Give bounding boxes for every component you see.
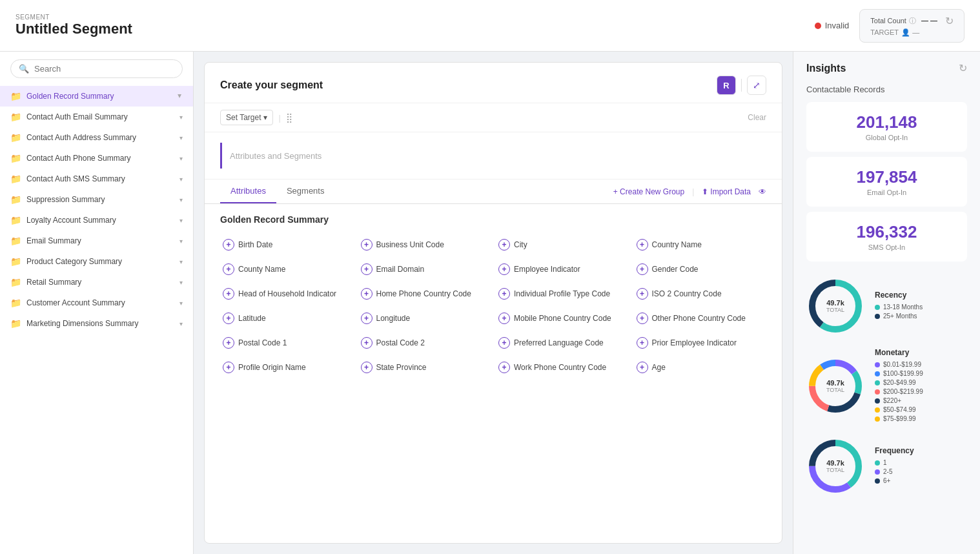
legend-label: 6+ — [883, 477, 890, 484]
attribute-label: Work Phone Country Code — [514, 363, 606, 372]
attribute-item-1[interactable]: + Business Unit Code — [358, 235, 491, 254]
attribute-item-22[interactable]: + Work Phone Country Code — [496, 358, 629, 377]
attribute-item-10[interactable]: + Individual Profile Type Code — [496, 284, 629, 303]
chart-legend: Recency 13-18 Months 25+ Months — [875, 291, 967, 322]
set-target-button[interactable]: Set Target ▾ — [220, 110, 273, 125]
invalid-dot — [815, 23, 821, 29]
legend-dot — [875, 389, 880, 395]
attribute-item-17[interactable]: + Postal Code 2 — [358, 333, 491, 353]
attribute-item-3[interactable]: + Country Name — [634, 235, 767, 254]
sidebar-item-8[interactable]: 📁 Product Category Summary ▾ — [0, 251, 193, 272]
attribute-item-13[interactable]: + Longitude — [358, 309, 491, 328]
add-attribute-icon: + — [498, 362, 510, 373]
attribute-item-0[interactable]: + Birth Date — [220, 235, 353, 254]
donut-value: 49.7k — [826, 459, 844, 467]
legend-label: $100-$199.99 — [883, 370, 923, 377]
expand-icon-btn[interactable]: ⤢ — [747, 76, 766, 95]
add-attribute-icon: + — [637, 362, 648, 373]
add-attribute-icon: + — [361, 362, 373, 373]
chevron-icon: ▾ — [179, 258, 183, 265]
sidebar-item-10[interactable]: 📁 Customer Account Summary ▾ — [0, 292, 193, 313]
legend-dot — [875, 469, 880, 475]
insights-refresh-icon[interactable]: ↻ — [959, 62, 967, 74]
sidebar-item-11[interactable]: 📁 Marketing Dimensions Summary ▾ — [0, 313, 193, 334]
sidebar-item-1[interactable]: 📁 Contact Auth Email Summary ▾ — [0, 107, 193, 127]
sidebar-item-3[interactable]: 📁 Contact Auth Phone Summary ▾ — [0, 148, 193, 169]
legend-label: $0.01-$19.99 — [883, 361, 921, 368]
clear-button[interactable]: Clear — [748, 113, 766, 122]
add-attribute-icon: + — [637, 313, 648, 324]
attribute-label: Email Domain — [376, 265, 425, 274]
sidebar-item-label: Retail Summary — [26, 278, 174, 287]
legend-item: $20-$49.99 — [875, 379, 967, 386]
plugin-icon-btn[interactable]: R — [717, 76, 736, 95]
donut-chart: 49.7k TOTAL — [806, 277, 864, 335]
attribute-item-5[interactable]: + Email Domain — [358, 260, 491, 279]
add-attribute-icon: + — [361, 239, 373, 251]
attribute-item-19[interactable]: + Prior Employee Indicator — [634, 333, 767, 353]
create-new-group-btn[interactable]: + Create New Group — [613, 187, 684, 196]
attribute-item-15[interactable]: + Other Phone Country Code — [634, 309, 767, 328]
divider — [741, 79, 742, 92]
attribute-item-8[interactable]: + Head of Household Indicator — [220, 284, 353, 303]
add-attribute-icon: + — [637, 239, 648, 251]
legend-label: $20-$49.99 — [883, 379, 916, 386]
search-box[interactable]: 🔍 — [10, 59, 183, 78]
attributes-grid: + Birth Date + Business Unit Code + City… — [220, 235, 766, 377]
sidebar-content: 📁 Golden Record Summary ▲ 📁 Contact Auth… — [0, 86, 193, 554]
chart-legend-title: Monetary — [875, 348, 967, 357]
attribute-item-7[interactable]: + Gender Code — [634, 260, 767, 279]
legend-item: 25+ Months — [875, 313, 967, 320]
sidebar-item-9[interactable]: 📁 Retail Summary ▾ — [0, 272, 193, 292]
attribute-item-2[interactable]: + City — [496, 235, 629, 254]
attribute-item-4[interactable]: + County Name — [220, 260, 353, 279]
import-data-btn[interactable]: ⬆ Import Data — [702, 187, 751, 196]
search-input[interactable] — [34, 64, 174, 74]
folder-icon: 📁 — [10, 153, 21, 163]
tabs: Attributes Segments — [220, 180, 334, 203]
sidebar-item-6[interactable]: 📁 Loyalty Account Summary ▾ — [0, 210, 193, 231]
attribute-item-21[interactable]: + State Province — [358, 358, 491, 377]
refresh-icon[interactable]: ↻ — [945, 15, 954, 27]
chart-legend-title: Recency — [875, 291, 967, 300]
chevron-icon: ▾ — [179, 320, 183, 327]
attribute-item-14[interactable]: + Mobile Phone Country Code — [496, 309, 629, 328]
create-segment-title: Create your segment — [220, 79, 323, 91]
folder-icon: 📁 — [10, 318, 21, 329]
attribute-item-18[interactable]: + Preferred Language Code — [496, 333, 629, 353]
tab-segments[interactable]: Segments — [276, 180, 335, 203]
eye-icon[interactable]: 👁 — [759, 187, 766, 196]
attribute-item-11[interactable]: + ISO 2 Country Code — [634, 284, 767, 303]
attribute-item-20[interactable]: + Profile Origin Name — [220, 358, 353, 377]
segment-title: Untitled Segment — [15, 21, 132, 37]
sidebar-item-label: Loyalty Account Summary — [26, 216, 174, 225]
sidebar-header: 🔍 — [0, 52, 193, 86]
chevron-icon: ▾ — [179, 279, 183, 286]
attribute-item-16[interactable]: + Postal Code 1 — [220, 333, 353, 353]
attributes-input-area: Attributes and Segments — [205, 132, 782, 180]
attribute-item-6[interactable]: + Employee Indicator — [496, 260, 629, 279]
donut-chart: 49.7k TOTAL — [806, 357, 864, 415]
sidebar-item-7[interactable]: 📁 Email Summary ▾ — [0, 231, 193, 251]
attribute-item-9[interactable]: + Home Phone Country Code — [358, 284, 491, 303]
pipe-separator: | — [278, 113, 280, 123]
invalid-badge: Invalid — [815, 21, 850, 30]
legend-dot — [875, 380, 880, 385]
legend-dot — [875, 371, 880, 376]
legend-label: 13-18 Months — [883, 303, 923, 311]
sidebar-item-5[interactable]: 📁 Suppression Summary ▾ — [0, 189, 193, 210]
donut-label: 49.7k TOTAL — [826, 459, 844, 473]
content-area: Golden Record Summary + Birth Date + Bus… — [205, 204, 782, 543]
attribute-item-12[interactable]: + Latitude — [220, 309, 353, 328]
sidebar-item-2[interactable]: 📁 Contact Auth Address Summary ▾ — [0, 127, 193, 148]
total-count-value: — — — [921, 17, 937, 25]
sidebar-item-0[interactable]: 📁 Golden Record Summary ▲ — [0, 86, 193, 107]
legend-item: 6+ — [875, 477, 967, 484]
attribute-item-23[interactable]: + Age — [634, 358, 767, 377]
attribute-label: City — [514, 240, 527, 249]
sidebar-item-4[interactable]: 📁 Contact Auth SMS Summary ▾ — [0, 169, 193, 189]
search-icon: 🔍 — [19, 64, 29, 74]
donut-value: 49.7k — [826, 299, 844, 307]
add-attribute-icon: + — [361, 288, 373, 300]
tab-attributes[interactable]: Attributes — [220, 180, 276, 203]
